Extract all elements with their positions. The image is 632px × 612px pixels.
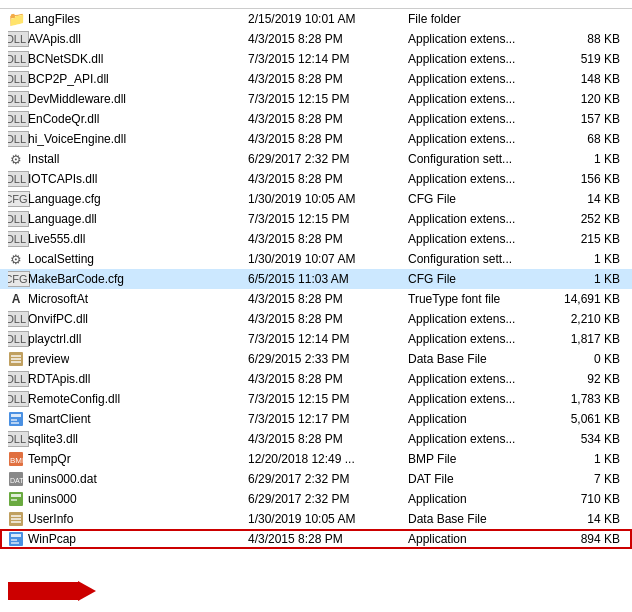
file-type-icon: ⚙ <box>8 251 24 267</box>
table-row[interactable]: DLL RemoteConfig.dll 7/3/2015 12:15 PM A… <box>0 389 632 409</box>
file-size: 7 KB <box>548 472 628 486</box>
file-date: 2/15/2019 10:01 AM <box>248 12 408 26</box>
file-type: Application extens... <box>408 392 548 406</box>
dll-icon: DLL <box>8 51 29 67</box>
file-name: sqlite3.dll <box>28 432 78 446</box>
file-type: Application <box>408 532 548 546</box>
file-type-icon: CFG <box>8 271 24 287</box>
table-row[interactable]: unins000 6/29/2017 2:32 PM Application 7… <box>0 489 632 509</box>
table-row[interactable]: DLL RDTApis.dll 4/3/2015 8:28 PM Applica… <box>0 369 632 389</box>
svg-text:DAT: DAT <box>10 477 23 484</box>
file-date: 4/3/2015 8:28 PM <box>248 232 408 246</box>
file-name-cell: ⚙ LocalSetting <box>8 251 248 267</box>
file-type: Application extens... <box>408 212 548 226</box>
file-type: File folder <box>408 12 548 26</box>
dll-icon: DLL <box>8 131 29 147</box>
table-row[interactable]: DLL OnvifPC.dll 4/3/2015 8:28 PM Applica… <box>0 309 632 329</box>
table-row[interactable]: DLL playctrl.dll 7/3/2015 12:14 PM Appli… <box>0 329 632 349</box>
file-type: Application extens... <box>408 52 548 66</box>
table-row[interactable]: WinPcap 4/3/2015 8:28 PM Application 894… <box>0 529 632 549</box>
file-type: Application extens... <box>408 172 548 186</box>
table-row[interactable]: SmartClient 7/3/2015 12:17 PM Applicatio… <box>0 409 632 429</box>
file-type-icon: DLL <box>8 391 24 407</box>
cfg-icon: CFG <box>8 271 30 287</box>
column-headers <box>0 0 632 9</box>
file-type-icon: DLL <box>8 171 24 187</box>
file-name: OnvifPC.dll <box>28 312 88 326</box>
table-row[interactable]: UserInfo 1/30/2019 10:05 AM Data Base Fi… <box>0 509 632 529</box>
table-row[interactable]: DLL Language.dll 7/3/2015 12:15 PM Appli… <box>0 209 632 229</box>
file-size: 148 KB <box>548 72 628 86</box>
file-date: 7/3/2015 12:14 PM <box>248 332 408 346</box>
table-row[interactable]: CFG Language.cfg 1/30/2019 10:05 AM CFG … <box>0 189 632 209</box>
file-name-cell: 📁 LangFiles <box>8 11 248 27</box>
dll-icon: DLL <box>8 391 29 407</box>
table-row[interactable]: CFG MakeBarCode.cfg 6/5/2015 11:03 AM CF… <box>0 269 632 289</box>
table-row[interactable]: ⚙ Install 6/29/2017 2:32 PM Configuratio… <box>0 149 632 169</box>
file-size: 5,061 KB <box>548 412 628 426</box>
table-row[interactable]: 📁 LangFiles 2/15/2019 10:01 AM File fold… <box>0 9 632 29</box>
file-name-cell: WinPcap <box>8 531 248 547</box>
file-name: BCNetSDK.dll <box>28 52 103 66</box>
table-row[interactable]: DLL BCP2P_API.dll 4/3/2015 8:28 PM Appli… <box>0 69 632 89</box>
app-icon <box>9 412 23 426</box>
file-date: 6/29/2017 2:32 PM <box>248 472 408 486</box>
dll-icon: DLL <box>8 371 29 387</box>
file-name: Live555.dll <box>28 232 85 246</box>
gear-icon: ⚙ <box>10 152 22 167</box>
file-type-icon: 📁 <box>8 11 24 27</box>
table-row[interactable]: DLL IOTCAPIs.dll 4/3/2015 8:28 PM Applic… <box>0 169 632 189</box>
db-icon <box>9 352 23 366</box>
file-size: 14 KB <box>548 192 628 206</box>
file-type: DAT File <box>408 472 548 486</box>
file-date: 4/3/2015 8:28 PM <box>248 312 408 326</box>
table-row[interactable]: DLL Live555.dll 4/3/2015 8:28 PM Applica… <box>0 229 632 249</box>
table-row[interactable]: DAT unins000.dat 6/29/2017 2:32 PM DAT F… <box>0 469 632 489</box>
file-name-cell: CFG MakeBarCode.cfg <box>8 271 248 287</box>
file-type-icon <box>8 491 24 507</box>
file-type: Application extens... <box>408 112 548 126</box>
file-size: 894 KB <box>548 532 628 546</box>
file-size: 710 KB <box>548 492 628 506</box>
file-size: 14 KB <box>548 512 628 526</box>
file-name-cell: SmartClient <box>8 411 248 427</box>
svg-rect-7 <box>11 422 19 424</box>
file-name-cell: A MicrosoftAt <box>8 291 248 307</box>
file-date: 1/30/2019 10:07 AM <box>248 252 408 266</box>
file-date: 4/3/2015 8:28 PM <box>248 132 408 146</box>
file-type-icon: DLL <box>8 31 24 47</box>
file-name: Language.dll <box>28 212 97 226</box>
table-row[interactable]: ⚙ LocalSetting 1/30/2019 10:07 AM Config… <box>0 249 632 269</box>
file-name: BCP2P_API.dll <box>28 72 109 86</box>
table-row[interactable]: preview 6/29/2015 2:33 PM Data Base File… <box>0 349 632 369</box>
file-type-icon <box>8 511 24 527</box>
svg-rect-3 <box>11 361 21 363</box>
arrow-head <box>78 581 96 601</box>
file-type: Configuration sett... <box>408 252 548 266</box>
table-row[interactable]: DLL hi_VoiceEngine.dll 4/3/2015 8:28 PM … <box>0 129 632 149</box>
file-size: 88 KB <box>548 32 628 46</box>
table-row[interactable]: BMP TempQr 12/20/2018 12:49 ... BMP File… <box>0 449 632 469</box>
dll-icon: DLL <box>8 231 29 247</box>
table-row[interactable]: DLL DevMiddleware.dll 7/3/2015 12:15 PM … <box>0 89 632 109</box>
file-name-cell: CFG Language.cfg <box>8 191 248 207</box>
file-name: LocalSetting <box>28 252 94 266</box>
svg-rect-5 <box>11 414 21 417</box>
svg-text:BMP: BMP <box>10 456 23 465</box>
file-name-cell: ⚙ Install <box>8 151 248 167</box>
table-row[interactable]: DLL EnCodeQr.dll 4/3/2015 8:28 PM Applic… <box>0 109 632 129</box>
file-size: 120 KB <box>548 92 628 106</box>
file-size: 1 KB <box>548 252 628 266</box>
file-name: Language.cfg <box>28 192 101 206</box>
file-name-cell: preview <box>8 351 248 367</box>
file-type-icon: DLL <box>8 211 24 227</box>
file-name-cell: DLL playctrl.dll <box>8 331 248 347</box>
file-type: Application extens... <box>408 332 548 346</box>
file-type-icon: DLL <box>8 91 24 107</box>
table-row[interactable]: A MicrosoftAt 4/3/2015 8:28 PM TrueType … <box>0 289 632 309</box>
file-date: 7/3/2015 12:17 PM <box>248 412 408 426</box>
table-row[interactable]: DLL BCNetSDK.dll 7/3/2015 12:14 PM Appli… <box>0 49 632 69</box>
table-row[interactable]: DLL AVApis.dll 4/3/2015 8:28 PM Applicat… <box>0 29 632 49</box>
file-type: CFG File <box>408 192 548 206</box>
table-row[interactable]: DLL sqlite3.dll 4/3/2015 8:28 PM Applica… <box>0 429 632 449</box>
